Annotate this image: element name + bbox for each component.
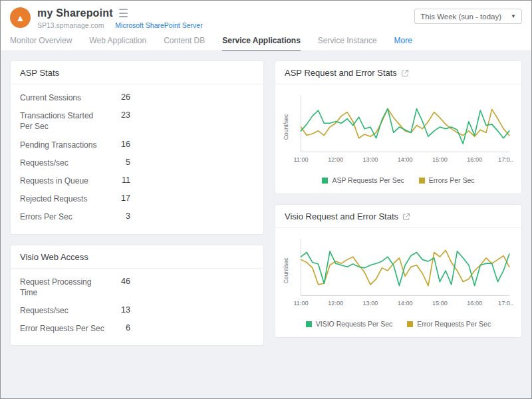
- stat-row: Current Sessions26: [20, 92, 254, 103]
- svg-text:12:00: 12:00: [328, 156, 343, 163]
- legend-label: Error Requests Per Sec: [417, 320, 491, 328]
- asp-request-error-chart-panel: ASP Request and Error Stats Count/sec11:…: [275, 61, 522, 194]
- asp-stats-panel: ASP Stats Current Sessions26 Transaction…: [10, 61, 264, 235]
- legend-item[interactable]: ASP Requests Per Sec: [322, 176, 404, 184]
- legend-label: VISIO Requests Per Sec: [316, 320, 393, 328]
- visio-line-chart: Count/sec11:0012:0013:0014:0015:0016:001…: [282, 233, 515, 316]
- svg-text:15:00: 15:00: [432, 300, 448, 307]
- stat-row: Requests in Queue11: [20, 176, 254, 186]
- stat-value: 23: [105, 110, 130, 120]
- server-type-link[interactable]: Microsoft SharePoint Server: [115, 21, 202, 29]
- tab-bar: Monitor Overview Web Application Content…: [1, 32, 531, 51]
- time-range-dropdown[interactable]: This Week (sun - today) ▼: [414, 9, 522, 24]
- stat-label: Error Requests Per Sec: [20, 323, 105, 334]
- tab-content-db[interactable]: Content DB: [164, 32, 205, 51]
- legend-item[interactable]: Error Requests Per Sec: [407, 320, 491, 328]
- warning-triangle-icon: ▲: [16, 13, 25, 23]
- visio-chart-legend: VISIO Requests Per Sec Error Requests Pe…: [275, 317, 521, 337]
- stat-label: Requests/sec: [20, 305, 105, 316]
- stat-row: Error Requests Per Sec6: [20, 323, 254, 334]
- dashboard-content: ASP Stats Current Sessions26 Transaction…: [1, 51, 531, 398]
- stat-label: Requests in Queue: [20, 176, 105, 186]
- svg-text:11:00: 11:00: [293, 300, 308, 307]
- open-in-new-window-icon[interactable]: [402, 213, 410, 221]
- stat-row: Errors Per Sec3: [20, 211, 254, 222]
- svg-text:Count/sec: Count/sec: [283, 257, 289, 284]
- legend-swatch: [306, 321, 312, 327]
- tab-monitor-overview[interactable]: Monitor Overview: [10, 32, 72, 51]
- stat-label: Request Processing Time: [20, 277, 105, 298]
- stat-label: Current Sessions: [20, 92, 105, 103]
- stat-value: 16: [105, 140, 130, 149]
- asp-stats-title: ASP Stats: [11, 61, 263, 84]
- stat-label: Rejected Requests: [20, 194, 105, 204]
- visio-chart-area[interactable]: Count/sec11:0012:0013:0014:0015:0016:001…: [275, 228, 521, 317]
- stat-row: Rejected Requests17: [20, 194, 254, 204]
- tab-service-instance[interactable]: Service Instance: [318, 32, 377, 51]
- stat-value: 13: [105, 305, 130, 315]
- svg-text:13:00: 13:00: [363, 300, 378, 307]
- tab-service-applications[interactable]: Service Applications: [222, 32, 301, 51]
- header: ▲ my Sharepoint ☰ SP13.spmanage.com Micr…: [1, 1, 531, 32]
- svg-text:15:00: 15:00: [432, 156, 448, 163]
- asp-stats-table: Current Sessions26 Transactions Started …: [11, 84, 263, 234]
- stat-value: 5: [105, 158, 130, 167]
- asp-line-chart: Count/sec11:0012:0013:0014:0015:0016:001…: [282, 90, 515, 172]
- legend-label: ASP Requests Per Sec: [332, 176, 404, 184]
- svg-text:11:00: 11:00: [293, 156, 308, 163]
- stat-value: 3: [105, 211, 130, 221]
- visio-web-access-title: Visio Web Access: [11, 245, 263, 269]
- svg-text:14:00: 14:00: [398, 156, 413, 163]
- legend-swatch: [322, 178, 328, 184]
- asp-chart-legend: ASP Requests Per Sec Errors Per Sec: [275, 174, 521, 194]
- chevron-down-icon: ▼: [511, 13, 516, 19]
- svg-text:16:00: 16:00: [467, 300, 482, 307]
- asp-chart-area[interactable]: Count/sec11:0012:0013:0014:0015:0016:001…: [275, 84, 521, 174]
- stat-row: Transactions Started Per Sec23: [20, 110, 254, 132]
- legend-swatch: [419, 178, 425, 184]
- app-window: ▲ my Sharepoint ☰ SP13.spmanage.com Micr…: [0, 0, 532, 399]
- stat-label: Errors Per Sec: [20, 211, 105, 222]
- svg-text:16:00: 16:00: [467, 156, 482, 163]
- svg-text:12:00: 12:00: [328, 300, 343, 307]
- page-title: my Sharepoint: [37, 7, 113, 19]
- stat-value: 11: [105, 176, 130, 185]
- monitor-host: SP13.spmanage.com: [37, 21, 104, 29]
- svg-text:17:0..: 17:0..: [498, 156, 513, 163]
- visio-web-access-table: Request Processing Time46 Requests/sec13…: [11, 269, 263, 346]
- stat-label: Transactions Started Per Sec: [20, 110, 105, 132]
- stat-label: Requests/sec: [20, 158, 105, 168]
- legend-swatch: [407, 321, 413, 327]
- visio-request-error-chart-panel: Visio Request and Error Stats Count/sec1…: [275, 204, 522, 338]
- tab-web-application[interactable]: Web Application: [89, 32, 146, 51]
- svg-text:14:00: 14:00: [398, 300, 413, 307]
- time-range-value: This Week (sun - today): [420, 13, 501, 21]
- stat-value: 17: [105, 194, 130, 203]
- legend-item[interactable]: VISIO Requests Per Sec: [306, 320, 393, 328]
- svg-text:Count/sec: Count/sec: [283, 114, 289, 140]
- stat-row: Pending Transactions16: [20, 140, 254, 150]
- stat-value: 46: [105, 277, 130, 286]
- tab-more[interactable]: More: [394, 32, 412, 51]
- stat-row: Requests/sec5: [20, 158, 254, 168]
- svg-text:17:0..: 17:0..: [498, 300, 513, 307]
- visio-web-access-panel: Visio Web Access Request Processing Time…: [10, 245, 264, 346]
- visio-chart-title: Visio Request and Error Stats: [285, 211, 398, 221]
- open-in-new-window-icon[interactable]: [401, 69, 409, 77]
- svg-text:13:00: 13:00: [363, 156, 378, 163]
- stat-value: 6: [105, 323, 130, 332]
- monitor-status-avatar: ▲: [10, 7, 31, 28]
- stat-row: Requests/sec13: [20, 305, 254, 316]
- asp-chart-title: ASP Request and Error Stats: [285, 68, 397, 78]
- stat-row: Request Processing Time46: [20, 277, 254, 298]
- stat-value: 26: [105, 92, 130, 102]
- stat-label: Pending Transactions: [20, 140, 105, 150]
- legend-item[interactable]: Errors Per Sec: [419, 176, 475, 184]
- legend-label: Errors Per Sec: [429, 176, 475, 184]
- hamburger-menu-icon[interactable]: ☰: [118, 8, 128, 19]
